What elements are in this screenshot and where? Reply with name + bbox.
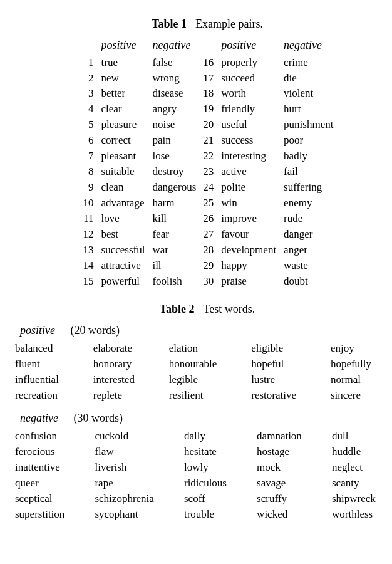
table1-row-negative: hurt: [284, 102, 333, 117]
table1-row-positive: active: [221, 165, 276, 179]
word-cell: damnation: [257, 429, 326, 444]
table1-right-header-positive: positive: [221, 38, 276, 54]
table2-positive-count: (20 words): [71, 324, 120, 337]
table1-caption-text: Example pairs.: [195, 18, 263, 30]
word-cell: restorative: [251, 389, 324, 403]
word-cell: legible: [169, 373, 245, 387]
table2-negative-words: confusioncuckolddallydamnationdullferoci…: [15, 429, 392, 522]
table1-row-index: 28: [201, 243, 214, 258]
table1-row-positive: successful: [101, 243, 145, 258]
table1-left-header-positive: positive: [101, 38, 145, 54]
table2-positive-label: positive: [20, 324, 55, 337]
table1-row-negative: fail: [284, 165, 333, 179]
table1-row-negative: anger: [284, 243, 333, 258]
word-cell: replete: [93, 389, 163, 403]
table1-row-index: 22: [201, 149, 214, 164]
table1-row-negative: harm: [152, 196, 196, 211]
table1-right-header-blank: [201, 38, 214, 54]
table1-row-index: 23: [201, 165, 214, 179]
table2-negative-label: negative: [20, 412, 58, 424]
table1-row-negative: false: [152, 56, 196, 70]
word-cell: fluent: [15, 357, 87, 372]
table1-row-negative: disease: [152, 86, 196, 101]
word-cell: huddle: [332, 445, 392, 459]
table1-row-positive: true: [101, 56, 145, 70]
table1-row-index: 16: [201, 56, 214, 70]
table1-row-positive: useful: [221, 118, 276, 132]
word-cell: schizophrenia: [95, 492, 178, 506]
word-cell: queer: [15, 476, 88, 491]
table1-row-positive: interesting: [221, 149, 276, 164]
table1: positive negative 1truefalse2newwrong3be…: [11, 38, 392, 288]
word-cell: ferocious: [15, 445, 88, 459]
word-cell: trouble: [184, 508, 250, 522]
table1-row-index: 29: [201, 259, 214, 273]
table1-row-negative: noise: [152, 118, 196, 132]
word-cell: recreation: [15, 389, 87, 403]
word-cell: hopeful: [251, 357, 324, 372]
word-cell: elaborate: [93, 342, 163, 356]
table1-row-negative: war: [152, 243, 196, 258]
table1-row-index: 10: [81, 196, 94, 211]
table1-row-negative: danger: [284, 227, 333, 242]
word-cell: scanty: [332, 476, 392, 491]
table2-caption-label: Table 2: [160, 303, 195, 315]
word-cell: shipwreck: [332, 492, 392, 506]
table1-row-positive: favour: [221, 227, 276, 242]
table1-row-negative: doubt: [284, 274, 333, 289]
table2-positive-words: balancedelaborateelationeligibleenjoyflu…: [15, 342, 392, 403]
table1-right-header-negative: negative: [284, 38, 333, 54]
table1-row-negative: die: [284, 71, 333, 86]
word-cell: normal: [331, 373, 392, 387]
table1-row-positive: powerful: [101, 274, 145, 289]
word-cell: sycophant: [95, 508, 178, 522]
table2-negative-header: negative (30 words): [20, 410, 392, 426]
table1-row-negative: enemy: [284, 196, 333, 211]
table1-row-negative: violent: [284, 86, 333, 101]
table1-row-negative: lose: [152, 149, 196, 164]
table1-row-positive: succeed: [221, 71, 276, 86]
table1-row-index: 19: [201, 102, 214, 117]
table1-row-positive: properly: [221, 56, 276, 70]
table1-row-positive: attractive: [101, 259, 145, 273]
table1-row-positive: friendly: [221, 102, 276, 117]
word-cell: hostage: [257, 445, 326, 459]
word-cell: rape: [95, 476, 178, 491]
table1-row-index: 27: [201, 227, 214, 242]
table1-row-positive: advantage: [101, 196, 145, 211]
table1-row-positive: new: [101, 71, 145, 86]
word-cell: interested: [93, 373, 163, 387]
table1-row-negative: punishment: [284, 118, 333, 132]
table1-right-half: positive negative 16properlycrime17succe…: [201, 38, 333, 288]
table1-row-negative: fear: [152, 227, 196, 242]
table1-row-positive: praise: [221, 274, 276, 289]
word-cell: liverish: [95, 461, 178, 475]
word-cell: hesitate: [184, 445, 250, 459]
word-cell: resilient: [169, 389, 245, 403]
table1-row-index: 3: [81, 86, 94, 101]
table1-row-negative: rude: [284, 212, 333, 226]
word-cell: scoff: [184, 492, 250, 506]
table1-row-negative: crime: [284, 56, 333, 70]
table2-positive-header: positive (20 words): [20, 323, 392, 338]
table1-row-index: 15: [81, 274, 94, 289]
table1-row-positive: better: [101, 86, 145, 101]
table1-row-negative: ill: [152, 259, 196, 273]
table1-caption: Table 1Example pairs.: [11, 16, 392, 31]
word-cell: scruffy: [257, 492, 326, 506]
table1-row-index: 11: [81, 212, 94, 226]
table1-row-index: 21: [201, 133, 214, 148]
word-cell: worthless: [332, 508, 392, 522]
table1-row-positive: clear: [101, 102, 145, 117]
table1-row-positive: clean: [101, 180, 145, 195]
table1-row-positive: happy: [221, 259, 276, 273]
table1-row-positive: pleasant: [101, 149, 145, 164]
table1-row-index: 6: [81, 133, 94, 148]
word-cell: ridiculous: [184, 476, 250, 491]
table1-row-index: 1: [81, 56, 94, 70]
table1-row-negative: dangerous: [152, 180, 196, 195]
table1-row-index: 24: [201, 180, 214, 195]
word-cell: elation: [169, 342, 245, 356]
word-cell: mock: [257, 461, 326, 475]
table1-row-positive: best: [101, 227, 145, 242]
